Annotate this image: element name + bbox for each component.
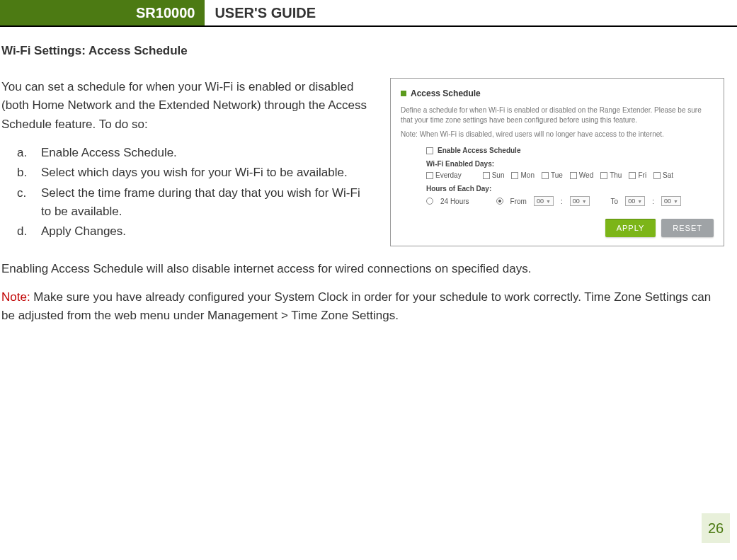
day-checkbox-fri[interactable] xyxy=(629,172,636,179)
section-title: Wi-Fi Settings: Access Schedule xyxy=(1,44,724,58)
steps-list: a. Enable Access Schedule. b. Select whi… xyxy=(17,144,373,241)
apply-button[interactable]: APPLY xyxy=(605,219,656,237)
day-checkbox-everyday[interactable] xyxy=(426,172,433,179)
doc-header: SR10000 USER'S GUIDE xyxy=(0,0,737,27)
note-text: Make sure you have already configured yo… xyxy=(1,290,711,322)
step-marker: d. xyxy=(17,222,41,241)
day-checkbox-sun[interactable] xyxy=(483,172,490,179)
chevron-down-icon: ▼ xyxy=(582,199,587,204)
hours-24-label: 24 Hours xyxy=(440,198,469,205)
day-label: Mon xyxy=(520,171,534,179)
hours-from-label: From xyxy=(510,198,527,205)
reset-button[interactable]: RESET xyxy=(661,219,714,237)
enable-label: Enable Access Schedule xyxy=(438,147,520,154)
day-label: Fri xyxy=(638,171,646,179)
content-column: You can set a schedule for when your Wi-… xyxy=(1,78,373,251)
step-text: Select which days you wish for your Wi-F… xyxy=(41,164,348,182)
doc-title: USER'S GUIDE xyxy=(205,0,737,25)
to-hour-select[interactable]: 00▼ xyxy=(625,196,645,206)
chevron-down-icon: ▼ xyxy=(637,199,642,204)
access-schedule-screenshot: Access Schedule Define a schedule for wh… xyxy=(390,78,724,246)
day-label: Everday xyxy=(435,171,462,179)
note-label: Note: xyxy=(1,290,30,304)
screenshot-title: Access Schedule xyxy=(411,88,481,98)
day-label: Sat xyxy=(663,171,673,179)
day-checkbox-mon[interactable] xyxy=(511,172,518,179)
screenshot-description: Define a schedule for when Wi-Fi is enab… xyxy=(401,105,714,125)
step-item: c. Select the time frame during that day… xyxy=(17,184,373,222)
to-minute-select[interactable]: 00▼ xyxy=(661,196,681,206)
page-number: 26 xyxy=(702,513,730,543)
header-accent xyxy=(0,0,16,25)
from-hour-select[interactable]: 00▼ xyxy=(534,196,554,206)
day-checkbox-thu[interactable] xyxy=(600,172,607,179)
to-label: To xyxy=(611,198,619,205)
square-bullet-icon xyxy=(401,91,406,96)
time-colon: : xyxy=(561,198,563,205)
step-item: a. Enable Access Schedule. xyxy=(17,144,373,162)
screenshot-title-row: Access Schedule xyxy=(401,88,714,98)
step-text: Apply Changes. xyxy=(41,222,126,241)
screenshot-note: Note: When Wi-Fi is disabled, wired user… xyxy=(401,130,714,138)
day-checkbox-sat[interactable] xyxy=(653,172,661,179)
chevron-down-icon: ▼ xyxy=(546,199,551,204)
step-text: Enable Access Schedule. xyxy=(41,144,177,162)
time-colon: : xyxy=(652,198,654,205)
day-label: Wed xyxy=(579,171,593,179)
intro-paragraph: You can set a schedule for when your Wi-… xyxy=(1,78,373,134)
hours-24-radio[interactable] xyxy=(426,198,433,205)
hours-label: Hours of Each Day: xyxy=(426,185,714,193)
day-checkbox-tue[interactable] xyxy=(542,172,549,179)
page-body: Wi-Fi Settings: Access Schedule You can … xyxy=(0,27,737,326)
step-marker: b. xyxy=(17,164,41,182)
product-model: SR10000 xyxy=(16,0,205,25)
day-label: Sun xyxy=(492,171,505,179)
note-paragraph: Note: Make sure you have already configu… xyxy=(1,288,724,326)
days-row: Everday Sun Mon Tue Wed Thu Fri Sat xyxy=(426,171,714,179)
day-label: Tue xyxy=(551,171,563,179)
day-label: Thu xyxy=(610,171,622,179)
step-text: Select the time frame during that day th… xyxy=(41,184,373,222)
step-marker: c. xyxy=(17,184,41,222)
step-marker: a. xyxy=(17,144,41,162)
day-checkbox-wed[interactable] xyxy=(570,172,577,179)
wifi-enabled-days-label: Wi-Fi Enabled Days: xyxy=(426,160,714,168)
step-item: d. Apply Changes. xyxy=(17,222,373,241)
chevron-down-icon: ▼ xyxy=(673,199,678,204)
from-minute-select[interactable]: 00▼ xyxy=(570,196,590,206)
hours-from-radio[interactable] xyxy=(496,198,503,205)
enable-access-schedule-checkbox[interactable] xyxy=(426,147,433,154)
after-paragraph: Enabling Access Schedule will also disab… xyxy=(1,260,724,278)
step-item: b. Select which days you wish for your W… xyxy=(17,164,373,182)
